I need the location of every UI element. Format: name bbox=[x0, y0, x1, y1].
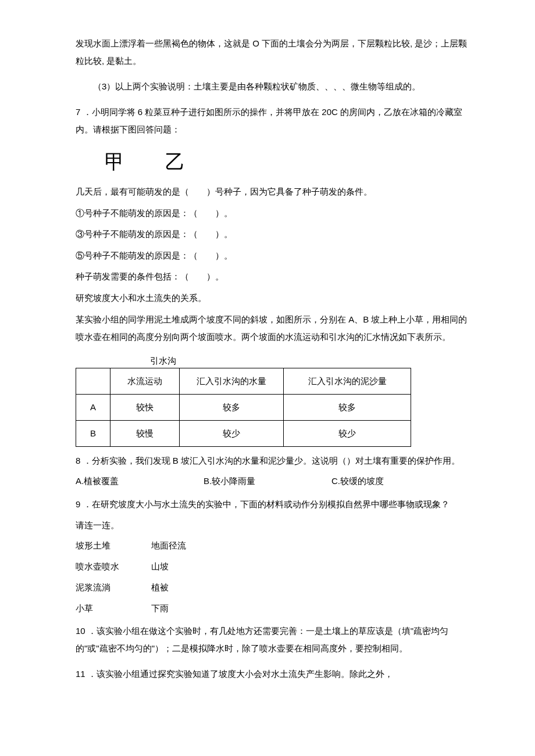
results-table: 水流运动 汇入引水沟的水量 汇入引水沟的泥沙量 A 较快 较多 较多 B 较慢 … bbox=[76, 368, 411, 447]
table-row: B 较慢 较少 较少 bbox=[76, 421, 411, 447]
match-left: 小草 bbox=[76, 601, 151, 615]
table-cell: 较少 bbox=[180, 421, 284, 447]
figure-labels-jia-yi: 甲乙 bbox=[105, 146, 471, 178]
match-row: 小草 下雨 bbox=[76, 601, 471, 615]
match-row: 坡形土堆 地面径流 bbox=[76, 539, 471, 553]
option-c: C.较缓的坡度 bbox=[331, 474, 471, 488]
table-cell: 较快 bbox=[110, 395, 180, 421]
question-7-sub-5: ⑤号种子不能萌发的原因是：（ ）。 bbox=[76, 248, 471, 264]
table-header-sediment: 汇入引水沟的泥沙量 bbox=[284, 368, 411, 395]
question-9-stem-b: 请连一连。 bbox=[76, 517, 471, 534]
option-b: B.较小降雨量 bbox=[204, 474, 331, 488]
match-right: 山坡 bbox=[151, 560, 169, 574]
match-row: 喷水壶喷水 山坡 bbox=[76, 560, 471, 574]
question-8-options: A.植被覆盖 B.较小降雨量 C.较缓的坡度 bbox=[76, 474, 471, 488]
table-row: A 较快 较多 较多 bbox=[76, 395, 411, 421]
match-right: 下雨 bbox=[151, 601, 169, 615]
table-header-flow: 水流运动 bbox=[110, 368, 180, 395]
paragraph-soil-layers: 发现水面上漂浮着一些黑褐色的物体，这就是 O 下面的土壤会分为两层，下层颗粒比较… bbox=[76, 35, 471, 70]
section-title-slope: 研究坡度大小和水土流失的关系。 bbox=[76, 290, 471, 307]
table-cell: B bbox=[76, 421, 110, 447]
match-left: 喷水壶喷水 bbox=[76, 560, 151, 574]
match-right: 地面径流 bbox=[151, 539, 186, 553]
table-cell: A bbox=[76, 395, 110, 421]
question-7-stem: 7 ．小明同学将 6 粒菜豆种子进行如图所示的操作，并将甲放在 20C 的房间内… bbox=[76, 103, 471, 138]
table-cell: 较多 bbox=[284, 395, 411, 421]
question-11-stem: 11 ．该实验小组通过探究实验知道了坡度大小会对水土流失产生影响。除此之外， bbox=[76, 665, 471, 683]
table-caption: 引水沟 bbox=[128, 354, 198, 368]
question-7-sub-main: 几天后，最有可能萌发的是（ ）号种子，因为它具备了种子萌发的条件。 bbox=[76, 184, 471, 200]
experiment-description: 某实验小组的同学用泥土堆成两个坡度不同的斜坡，如图所示，分别在 A、B 坡上种上… bbox=[76, 311, 471, 346]
match-left: 泥浆流淌 bbox=[76, 581, 151, 594]
paragraph-experiment-conclusion: （3）以上两个实验说明：土壤主要是由各种颗粒状矿物质、、、、微生物等组成的。 bbox=[76, 78, 471, 95]
question-10-stem: 10 ．该实验小组在做这个实验时，有几处地方还需要完善：一是土壤上的草应该是（填… bbox=[76, 622, 471, 657]
match-right: 植被 bbox=[151, 581, 169, 594]
table-header-water: 汇入引水沟的水量 bbox=[180, 368, 284, 395]
question-8-stem: 8 ．分析实验，我们发现 B 坡汇入引水沟的水量和泥沙量少。这说明（）对土壤有重… bbox=[76, 453, 471, 470]
table-header-blank bbox=[76, 368, 110, 395]
table-cell: 较慢 bbox=[110, 421, 180, 447]
question-7-sub-conditions: 种子萌发需要的条件包括：（ ）。 bbox=[76, 268, 471, 285]
question-9-stem-a: 9 ．在研究坡度大小与水土流失的实验中，下面的材料或动作分别模拟自然界中哪些事物… bbox=[76, 496, 471, 513]
table-cell: 较多 bbox=[180, 395, 284, 421]
table-header-row: 水流运动 汇入引水沟的水量 汇入引水沟的泥沙量 bbox=[76, 368, 411, 395]
match-row: 泥浆流淌 植被 bbox=[76, 581, 471, 594]
question-7-sub-1: ①号种子不能萌发的原因是：（ ）。 bbox=[76, 205, 471, 222]
match-left: 坡形土堆 bbox=[76, 539, 151, 553]
question-7-sub-3: ③号种子不能萌发的原因是：（ ）。 bbox=[76, 226, 471, 243]
table-cell: 较少 bbox=[284, 421, 411, 447]
option-a: A.植被覆盖 bbox=[76, 474, 204, 488]
